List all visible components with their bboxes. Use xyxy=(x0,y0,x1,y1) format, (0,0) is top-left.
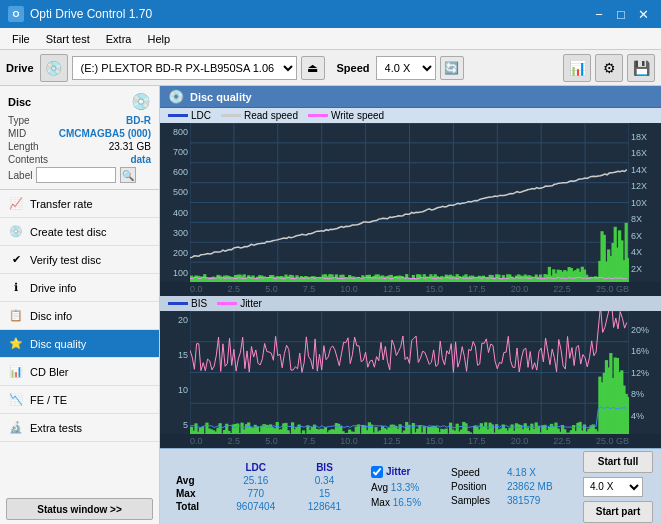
disc-type-row: Type BD-R xyxy=(8,115,151,126)
disc-label-btn[interactable]: 🔍 xyxy=(120,167,136,183)
stats-max-row: Max 770 15 xyxy=(168,487,357,500)
refresh-button[interactable]: 🔄 xyxy=(440,56,464,80)
bis-dot xyxy=(168,302,188,305)
disc-mid-row: MID CMCMAGBA5 (000) xyxy=(8,128,151,139)
buttons-area: Start full 4.0 X Start part xyxy=(575,447,661,525)
jitter-header-row: Jitter xyxy=(371,466,439,478)
stats-table-area: LDC BIS Avg 25.16 0.34 Max xyxy=(160,457,365,517)
top-y-axis-right: 18X 16X 14X 12X 10X 8X 6X 4X 2X xyxy=(629,123,661,282)
disc-quality-header-icon: 💿 xyxy=(168,89,184,104)
avg-ldc-value: 25.16 xyxy=(220,474,292,487)
jitter-max-label: Max xyxy=(371,497,393,508)
disc-type-value: BD-R xyxy=(126,115,151,126)
nav-fe-te[interactable]: 📉 FE / TE xyxy=(0,386,159,414)
legend-ldc: LDC xyxy=(168,110,211,121)
stats-row: LDC BIS Avg 25.16 0.34 Max xyxy=(160,448,661,524)
legend-bis: BIS xyxy=(168,298,207,309)
disc-info-icon: 📋 xyxy=(8,308,24,324)
legend-write-speed: Write speed xyxy=(308,110,384,121)
total-ldc-value: 9607404 xyxy=(220,500,292,513)
minimize-button[interactable]: − xyxy=(589,4,609,24)
jitter-legend-label: Jitter xyxy=(240,298,262,309)
speed-stat-value: 4.18 X xyxy=(507,467,536,478)
nav-create-test-disc-label: Create test disc xyxy=(30,226,106,238)
bis-label: BIS xyxy=(191,298,207,309)
stats-table: LDC BIS Avg 25.16 0.34 Max xyxy=(168,461,357,513)
samples-stat-value: 381579 xyxy=(507,495,540,506)
nav-disc-quality-label: Disc quality xyxy=(30,338,86,350)
nav-transfer-rate[interactable]: 📈 Transfer rate xyxy=(0,190,159,218)
jitter-avg-row: Avg 13.3% xyxy=(371,482,439,493)
disc-quality-icon: ⭐ xyxy=(8,336,24,352)
disc-length-value: 23.31 GB xyxy=(109,141,151,152)
create-test-disc-icon: 💿 xyxy=(8,224,24,240)
disc-quality-title: Disc quality xyxy=(190,91,252,103)
save-button[interactable]: 💾 xyxy=(627,54,655,82)
read-speed-label: Read speed xyxy=(244,110,298,121)
top-chart-area: 800 700 600 500 400 300 200 100 18X 16X xyxy=(160,123,661,282)
disc-length-row: Length 23.31 GB xyxy=(8,141,151,152)
start-part-button[interactable]: Start part xyxy=(583,501,653,523)
disc-quality-header: 💿 Disc quality xyxy=(160,86,661,108)
stats-total-row: Total 9607404 128641 xyxy=(168,500,357,513)
disc-label-input[interactable] xyxy=(36,167,116,183)
legend-read-speed: Read speed xyxy=(221,110,298,121)
avg-bis-value: 0.34 xyxy=(292,474,357,487)
stats-ldc-header: LDC xyxy=(220,461,292,474)
disc-panel: Disc 💿 Type BD-R MID CMCMAGBA5 (000) Len… xyxy=(0,86,159,190)
status-window-button[interactable]: Status window >> xyxy=(6,498,153,520)
bottom-chart-area: 20 15 10 5 20% 16% 12% 8% 4% xyxy=(160,311,661,434)
nav-verify-test-disc[interactable]: ✔ Verify test disc xyxy=(0,246,159,274)
stats-avg-row: Avg 25.16 0.34 xyxy=(168,474,357,487)
maximize-button[interactable]: □ xyxy=(611,4,631,24)
bottom-y-axis-right: 20% 16% 12% 8% 4% xyxy=(629,311,661,434)
close-button[interactable]: ✕ xyxy=(633,4,653,24)
ldc-dot xyxy=(168,114,188,117)
stats-empty-header xyxy=(168,461,220,474)
menu-help[interactable]: Help xyxy=(139,31,178,47)
read-speed-dot xyxy=(221,114,241,117)
verify-test-disc-icon: ✔ xyxy=(8,252,24,268)
nav-fe-te-label: FE / TE xyxy=(30,394,67,406)
nav-disc-info[interactable]: 📋 Disc info xyxy=(0,302,159,330)
jitter-checkbox[interactable] xyxy=(371,466,383,478)
position-stat-label: Position xyxy=(451,481,503,492)
drive-icon: 💿 xyxy=(40,54,68,82)
total-label: Total xyxy=(168,500,220,513)
app-title: Opti Drive Control 1.70 xyxy=(30,7,152,21)
nav-create-test-disc[interactable]: 💿 Create test disc xyxy=(0,218,159,246)
menu-file[interactable]: File xyxy=(4,31,38,47)
nav-cd-bler-label: CD Bler xyxy=(30,366,69,378)
max-bis-value: 15 xyxy=(292,487,357,500)
nav-drive-info[interactable]: ℹ Drive info xyxy=(0,274,159,302)
disc-contents-row: Contents data xyxy=(8,154,151,165)
nav-disc-quality[interactable]: ⭐ Disc quality xyxy=(0,330,159,358)
drive-selector[interactable]: (E:) PLEXTOR BD-R PX-LB950SA 1.06 xyxy=(72,56,297,80)
speed-selector[interactable]: 4.0 X xyxy=(376,56,436,80)
samples-stat-label: Samples xyxy=(451,495,503,506)
disc-contents-label: Contents xyxy=(8,154,48,165)
write-speed-dot xyxy=(308,114,328,117)
menu-extra[interactable]: Extra xyxy=(98,31,140,47)
eject-button[interactable]: ⏏ xyxy=(301,56,325,80)
charts-container: LDC Read speed Write speed 800 700 600 xyxy=(160,108,661,524)
menu-start-test[interactable]: Start test xyxy=(38,31,98,47)
ldc-label: LDC xyxy=(191,110,211,121)
window-controls: − □ ✕ xyxy=(589,4,653,24)
graph-button[interactable]: 📊 xyxy=(563,54,591,82)
title-bar: O Opti Drive Control 1.70 − □ ✕ xyxy=(0,0,661,28)
disc-title: Disc xyxy=(8,96,31,108)
extra-tests-icon: 🔬 xyxy=(8,420,24,436)
settings-button[interactable]: ⚙ xyxy=(595,54,623,82)
top-y-axis-left: 800 700 600 500 400 300 200 100 xyxy=(160,123,190,282)
nav-extra-tests[interactable]: 🔬 Extra tests xyxy=(0,414,159,442)
disc-length-label: Length xyxy=(8,141,39,152)
start-full-button[interactable]: Start full xyxy=(583,451,653,473)
disc-cd-icon: 💿 xyxy=(131,92,151,111)
test-speed-selector[interactable]: 4.0 X xyxy=(583,477,643,497)
avg-label: Avg xyxy=(168,474,220,487)
disc-label-label: Label xyxy=(8,170,32,181)
stats-bis-header: BIS xyxy=(292,461,357,474)
nav-verify-test-disc-label: Verify test disc xyxy=(30,254,101,266)
nav-cd-bler[interactable]: 📊 CD Bler xyxy=(0,358,159,386)
